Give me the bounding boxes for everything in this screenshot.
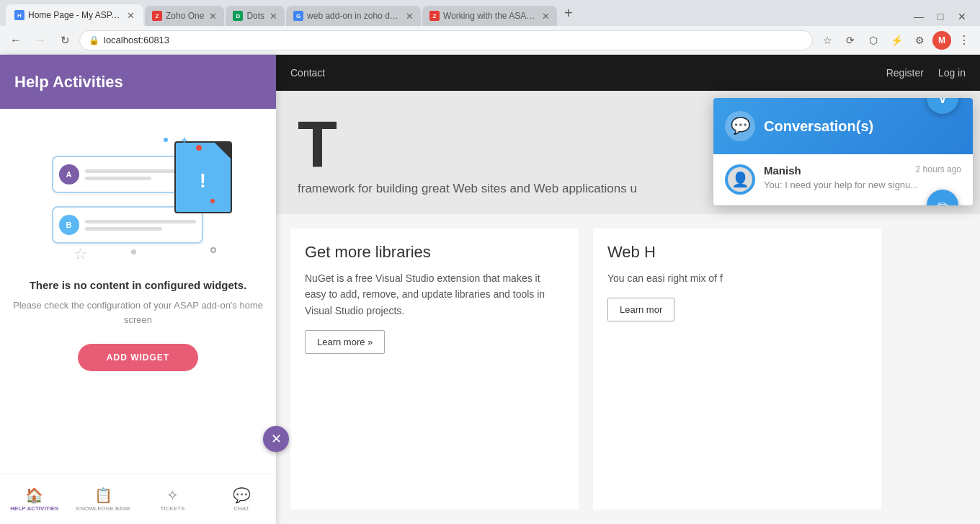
lock-icon: 🔒 — [89, 35, 99, 45]
manish-avatar: 👤 — [725, 164, 755, 195]
card-nuget: Get more libraries NuGet is a free Visua… — [290, 228, 579, 510]
chat-label: CHAT — [234, 505, 249, 512]
nuget-learn-more-button[interactable]: Learn more » — [305, 330, 385, 354]
tab3-title: Dots — [246, 11, 264, 21]
manish-time: 2 hours ago — [916, 164, 961, 177]
asap-illustration: A B ! — [30, 123, 246, 267]
home-icon: 🏠 — [25, 487, 43, 504]
nav-item-knowledge[interactable]: 📋 KNOWLEDGE BASE — [69, 474, 138, 524]
chat-icon: 💬 — [233, 487, 251, 504]
card-nuget-title: Get more libraries — [305, 243, 564, 262]
browser-icon-1[interactable]: ⟳ — [840, 30, 860, 50]
asap-close-button[interactable]: ✕ — [263, 426, 289, 452]
help-label: HELP ACTIVITIES — [10, 505, 58, 512]
manish-name: Manish — [764, 164, 801, 177]
asap-content: A B ! — [0, 109, 276, 474]
maximize-button[interactable]: □ — [931, 7, 950, 26]
tickets-label: TICKETS — [160, 505, 184, 512]
browser-chrome: H Home Page - My ASP.NET App... ✕ Z Zoho… — [0, 0, 980, 55]
knowledge-label: KNOWLEDGE BASE — [76, 505, 131, 512]
tab2-close[interactable]: ✕ — [209, 11, 217, 22]
site-cards: Get more libraries NuGet is a free Visua… — [276, 214, 980, 524]
site-nav: Contact — [290, 67, 325, 79]
card-web: Web H You can easi right mix of f Learn … — [593, 228, 881, 510]
back-button[interactable]: ← — [6, 30, 26, 50]
tab2-title: Zoho One — [166, 11, 204, 21]
refresh-button[interactable]: ↻ — [55, 30, 75, 50]
manish-info: Manish 2 hours ago You: I need your help… — [764, 164, 961, 190]
register-link[interactable]: Register — [886, 67, 924, 79]
menu-button[interactable]: ⋮ — [954, 30, 974, 50]
website-main: Contact Register Log in T framework for … — [276, 55, 980, 524]
browser-tab-1[interactable]: H Home Page - My ASP.NET App... ✕ — [6, 4, 143, 26]
tab3-close[interactable]: ✕ — [270, 11, 277, 22]
site-auth: Register Log in — [886, 67, 966, 79]
asap-header: Help Activities — [0, 55, 276, 109]
contact-link[interactable]: Contact — [290, 67, 325, 79]
conversation-panel: ∨ 💬 Conversation(s) 👤 Manish 2 hours ago… — [713, 98, 973, 205]
tab1-close[interactable]: ✕ — [127, 10, 135, 21]
browser-toolbar: ← → ↻ 🔒 localhost:60813 ☆ ⟳ ⬡ ⚡ ⚙ M ⋮ — [0, 26, 980, 55]
address-bar[interactable]: 🔒 localhost:60813 — [79, 30, 813, 50]
browser-icon-4[interactable]: ⚙ — [909, 30, 930, 50]
manish-preview: You: I need your help for new signu... — [764, 179, 961, 190]
nav-item-help[interactable]: 🏠 HELP ACTIVITIES — [0, 474, 69, 524]
url-display: localhost:60813 — [104, 35, 169, 45]
asap-header-title: Help Activities — [14, 73, 123, 92]
card-web-desc: You can easi right mix of f — [607, 270, 867, 286]
tab4-close[interactable]: ✕ — [406, 11, 414, 22]
login-link[interactable]: Log in — [938, 67, 966, 79]
browser-tabs-bar: H Home Page - My ASP.NET App... ✕ Z Zoho… — [0, 0, 980, 26]
asap-no-content-desc: Please check the configuration of your A… — [12, 298, 264, 327]
asap-no-content-title: There is no content in configured widget… — [30, 279, 247, 291]
illus-document: ! — [174, 141, 232, 213]
card-web-title: Web H — [607, 243, 867, 262]
site-header: Contact Register Log in — [276, 55, 980, 91]
bookmark-button[interactable]: ☆ — [817, 30, 837, 50]
add-widget-button[interactable]: ADD WIDGET — [78, 344, 198, 371]
forward-button[interactable]: → — [30, 30, 50, 50]
asap-panel: Help Activities A B — [0, 55, 276, 524]
browser-tab-5[interactable]: Z Working with the ASAP Add-O... ✕ — [422, 6, 557, 26]
conversation-header-icon: 💬 — [725, 111, 755, 141]
knowledge-icon: 📋 — [94, 487, 112, 504]
tab1-title: Home Page - My ASP.NET App... — [28, 10, 122, 20]
browser-tab-2[interactable]: Z Zoho One ✕ — [145, 6, 224, 26]
browser-icon-3[interactable]: ⚡ — [886, 30, 906, 50]
page-wrapper: Help Activities A B — [0, 55, 980, 524]
conversation-header-title: Conversation(s) — [764, 118, 873, 135]
browser-icon-2[interactable]: ⬡ — [863, 30, 883, 50]
browser-tab-3[interactable]: D Dots ✕ — [226, 6, 285, 26]
profile-avatar[interactable]: M — [932, 31, 951, 50]
close-window-button[interactable]: ✕ — [953, 7, 971, 26]
tab4-title: web add-on in zoho desk - Go... — [307, 11, 401, 21]
web-learn-more-button[interactable]: Learn mor — [607, 298, 674, 321]
tab5-close[interactable]: ✕ — [542, 11, 550, 22]
tab5-title: Working with the ASAP Add-O... — [443, 11, 537, 21]
card-nuget-desc: NuGet is a free Visual Studio extension … — [305, 270, 564, 319]
minimize-button[interactable]: — — [909, 7, 928, 26]
nav-item-chat[interactable]: 💬 CHAT — [207, 474, 276, 524]
nav-item-tickets[interactable]: ✧ TICKETS — [138, 474, 208, 524]
asap-bottom-nav: 🏠 HELP ACTIVITIES 📋 KNOWLEDGE BASE ✧ TIC… — [0, 474, 276, 524]
new-tab-button[interactable]: + — [558, 5, 579, 22]
browser-tab-4[interactable]: G web add-on in zoho desk - Go... ✕ — [286, 6, 421, 26]
tickets-icon: ✧ — [166, 487, 179, 504]
